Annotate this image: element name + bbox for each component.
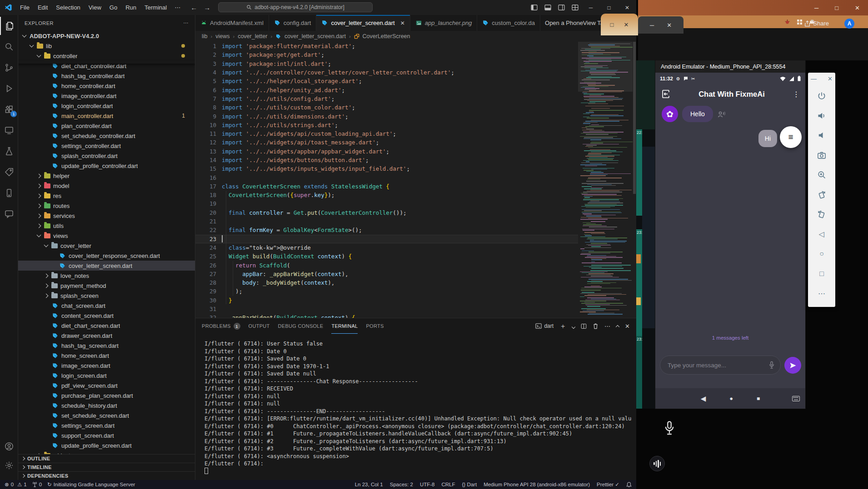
tab-androidmanifest-xml[interactable]: AndroidManifest.xml: [195, 15, 269, 31]
toolbar-close-icon[interactable]: ✕: [828, 75, 833, 86]
device-mobile-icon[interactable]: [0, 184, 18, 202]
command-center-search[interactable]: adbot-app-new-v4.2.0 [Administrator]: [218, 2, 373, 12]
menu-more[interactable]: ⋯: [171, 4, 184, 11]
notifications-bell-icon[interactable]: [626, 482, 632, 488]
miniwin-minimize-icon[interactable]: ─: [650, 22, 654, 29]
tree-item-schedule-history-dart[interactable]: schedule_history.dart: [18, 400, 195, 410]
status-item-2[interactable]: UTF-8: [420, 482, 435, 487]
tab-config-dart[interactable]: config.dart: [269, 15, 317, 31]
tree-item-settings-screen-dart[interactable]: settings_screen.dart: [18, 420, 195, 430]
tree-item-purchase-plan-screen-dart[interactable]: purchase_plan_screen.dart: [18, 390, 195, 400]
code-line-29[interactable]: 29 );: [195, 287, 578, 296]
tree-item-cover-letter-screen-dart[interactable]: cover_letter_screen.dart: [18, 261, 195, 271]
tree-item-widgets[interactable]: widgets: [18, 450, 195, 454]
camera-icon[interactable]: [808, 148, 835, 163]
code-line-31[interactable]: 31: [195, 305, 578, 313]
toolbar-home-icon[interactable]: ○: [808, 246, 835, 262]
code-line-20[interactable]: 20 final controller = Get.put(CoverLette…: [195, 208, 578, 217]
editor-scrollbar[interactable]: [633, 42, 636, 318]
remote-explorer-icon[interactable]: [0, 121, 18, 139]
testing-icon[interactable]: [0, 142, 18, 160]
toggle-panel-icon[interactable]: [541, 0, 554, 15]
status-item-6[interactable]: Prettier ✓: [597, 481, 619, 488]
tree-item-helper[interactable]: helper: [18, 171, 195, 181]
tree-item-login-controller-dart[interactable]: login_controller.dart: [18, 101, 195, 111]
tree-item-utils[interactable]: utils: [18, 221, 195, 231]
window-maximize-icon[interactable]: □: [600, 0, 618, 15]
tab-cover-letter-screen-dart[interactable]: cover_letter_screen.dart✕: [316, 15, 410, 31]
browser-maximize-icon[interactable]: □: [835, 5, 838, 11]
code-line-6[interactable]: 6import '../../helper/unity_ad.dart';: [195, 85, 578, 94]
tree-item-views[interactable]: views: [18, 231, 195, 241]
run-debug-icon[interactable]: [0, 79, 18, 98]
bgwin-maximize-icon[interactable]: □: [610, 21, 614, 28]
browser-minimize-icon[interactable]: ─: [814, 5, 818, 11]
kill-terminal-icon[interactable]: [593, 323, 599, 329]
menu-run[interactable]: Run: [121, 4, 140, 11]
volume-down-icon[interactable]: [808, 128, 835, 143]
code-line-1[interactable]: 1import 'package:flutter/material.dart';: [195, 42, 578, 50]
nav-back-icon[interactable]: ←: [190, 4, 197, 11]
tab-close-icon[interactable]: ✕: [400, 20, 405, 26]
tree-item-image-controller-dart[interactable]: image_controller.dart: [18, 91, 195, 101]
terminal-dropdown-icon[interactable]: [572, 323, 575, 330]
breadcrumb-item[interactable]: cover_letter: [238, 33, 267, 40]
breadcrumb-item[interactable]: views: [215, 33, 229, 40]
code-line-14[interactable]: 14import '../../widgets/buttons/button.d…: [195, 156, 578, 164]
nav-recents-button[interactable]: ■: [757, 395, 760, 402]
rotate-right-icon[interactable]: [808, 207, 835, 222]
tree-item-res[interactable]: res: [18, 191, 195, 201]
power-icon[interactable]: [808, 88, 835, 104]
tree-item-hash-tag-controller-dart[interactable]: hash_tag_controller.dart: [18, 71, 195, 81]
tree-item-hash-tag-screen-dart[interactable]: hash_tag_screen.dart: [18, 341, 195, 351]
tree-item-content-screen-dart[interactable]: content_screen.dart: [18, 311, 195, 321]
accounts-icon[interactable]: [0, 437, 18, 455]
tree-item-drawer-screen-dart[interactable]: drawer_screen.dart: [18, 331, 195, 341]
tree-item-update-profile-controller-dart[interactable]: update_profile_controller.dart: [18, 161, 195, 171]
tab-app-launcher-png[interactable]: app_launcher.png: [410, 15, 478, 31]
tree-item-pdf-view-screen-dart[interactable]: pdf_view_screen.dart: [18, 380, 195, 390]
toolbar-back-icon[interactable]: ◁: [808, 227, 835, 242]
code-line-22[interactable]: 22 final formKey = GlobalKey<FormState>(…: [195, 226, 578, 234]
code-line-11[interactable]: 11import '../../widgets/api/custom_loadi…: [195, 129, 578, 138]
code-line-17[interactable]: 17class CoverLetterScreen extends Statel…: [195, 182, 578, 191]
code-line-13[interactable]: 13import '../../widgets/appbar/appbar_wi…: [195, 147, 578, 156]
send-button[interactable]: [784, 357, 801, 374]
status-item-1[interactable]: Spaces: 2: [390, 482, 413, 487]
code-line-26[interactable]: 26 return Scaffold(: [195, 261, 578, 269]
new-terminal-icon[interactable]: ＋: [559, 322, 566, 331]
breadcrumb-item[interactable]: lib: [202, 33, 208, 40]
code-line-24[interactable]: 24 class="tok-kw">@override: [195, 243, 578, 252]
toggle-sidebar-icon[interactable]: [527, 0, 541, 15]
code-line-32[interactable]: 32 _appBarWidget(BuildContext context) {: [195, 313, 578, 318]
status-item-4[interactable]: {} Dart: [462, 482, 477, 487]
panel-tab-ports[interactable]: PORTS: [366, 318, 384, 334]
extensions-icon[interactable]: 1: [0, 100, 18, 119]
message-input[interactable]: Type your message...: [660, 356, 781, 375]
sidebar-section-timeline[interactable]: TIMELINE: [18, 463, 195, 471]
code-line-3[interactable]: 3import 'package:intl/intl.dart';: [195, 59, 578, 68]
nav-back-button[interactable]: ◀: [701, 395, 706, 403]
panel-tab-debug-console[interactable]: DEBUG CONSOLE: [278, 318, 324, 334]
grid-icon[interactable]: [797, 19, 803, 25]
tree-item-settings-controller-dart[interactable]: settings_controller.dart: [18, 141, 195, 151]
terminal-shell-item[interactable]: dart: [535, 323, 554, 329]
code-line-2[interactable]: 2import 'package:get/get.dart';: [195, 50, 578, 59]
tree-item-routes[interactable]: routes: [18, 201, 195, 211]
breadcrumb-symbol[interactable]: CoverLetterScreen: [363, 33, 410, 40]
menu-go[interactable]: Go: [105, 4, 121, 11]
panel-tab-problems[interactable]: PROBLEMS1: [202, 318, 240, 334]
nav-forward-icon[interactable]: →: [204, 4, 210, 11]
menu-fab-button[interactable]: ≡: [780, 126, 802, 148]
panel-maximize-icon[interactable]: [616, 323, 619, 330]
tree-item-controller[interactable]: controller: [18, 51, 195, 61]
code-line-7[interactable]: 7import '../../utils/config.dart';: [195, 94, 578, 103]
tag-icon[interactable]: [0, 163, 18, 181]
share-button[interactable]: Share: [804, 20, 829, 27]
tree-item-plan-controller-dart[interactable]: plan_controller.dart: [18, 121, 195, 131]
code-line-12[interactable]: 12import '../../widgets/api/toast_messag…: [195, 138, 578, 147]
minimap[interactable]: [578, 42, 633, 318]
tree-item-splash-screen[interactable]: splash_screen: [18, 291, 195, 301]
miniwin-close-icon[interactable]: ✕: [667, 22, 672, 29]
sidebar-section-outline[interactable]: OUTLINE: [18, 454, 195, 463]
